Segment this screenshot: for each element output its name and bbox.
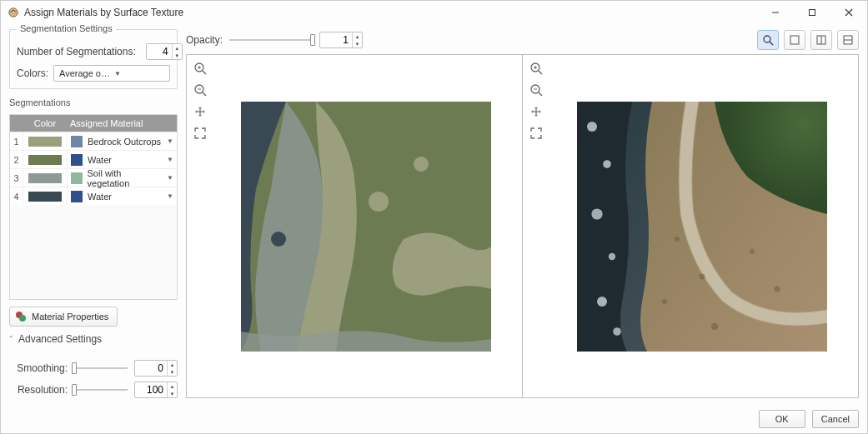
split-vertical-button[interactable] — [810, 30, 832, 50]
chevron-down-icon[interactable]: ▼ — [163, 156, 177, 163]
table-row[interactable]: 2Water▼ — [10, 150, 177, 168]
svg-point-7 — [764, 36, 770, 42]
row-index: 4 — [10, 187, 23, 205]
svg-line-19 — [203, 92, 206, 96]
viewport-tools-right — [523, 55, 546, 397]
row-material-cell[interactable]: Soil with vegetation — [67, 169, 163, 187]
svg-line-8 — [770, 42, 773, 45]
viewport-tools-left — [187, 55, 210, 397]
svg-point-37 — [597, 297, 607, 307]
svg-point-23 — [414, 157, 429, 172]
opacity-slider[interactable] — [229, 34, 313, 46]
chevron-down-icon[interactable]: ▼ — [163, 174, 177, 182]
row-index: 1 — [10, 132, 23, 150]
num-segmentations-spinner[interactable]: ▲▼ — [172, 44, 182, 59]
pan-icon[interactable] — [528, 103, 544, 120]
zoom-out-icon[interactable] — [192, 82, 208, 98]
material-properties-icon — [15, 311, 27, 322]
svg-point-36 — [609, 252, 615, 259]
material-swatch — [71, 154, 83, 166]
row-color — [23, 137, 67, 147]
svg-line-26 — [539, 71, 542, 74]
original-canvas-area[interactable] — [546, 55, 858, 397]
table-row[interactable]: 1Bedrock Outcrops▼ — [10, 132, 177, 150]
zoom-in-icon[interactable] — [192, 60, 208, 77]
resolution-input[interactable]: ▲▼ — [134, 382, 178, 398]
smoothing-field[interactable] — [135, 361, 167, 376]
cancel-button[interactable]: Cancel — [812, 410, 859, 428]
smoothing-spinner[interactable]: ▲▼ — [167, 361, 177, 376]
app-icon — [8, 7, 19, 18]
resolution-slider[interactable] — [74, 384, 128, 396]
ok-button[interactable]: OK — [759, 410, 805, 428]
chevron-down-icon: ▼ — [114, 70, 166, 77]
svg-line-15 — [203, 71, 206, 74]
material-name: Water — [88, 192, 112, 202]
smoothing-input[interactable]: ▲▼ — [134, 360, 178, 377]
table-row[interactable]: 4Water▼ — [10, 187, 177, 205]
material-swatch — [71, 136, 83, 147]
viewport-original — [522, 55, 858, 397]
segmentation-settings-legend: Segmentation Settings — [17, 24, 116, 33]
colors-label: Colors: — [17, 67, 48, 79]
zoom-out-icon[interactable] — [528, 82, 544, 98]
zoom-window-button[interactable] — [757, 30, 779, 50]
material-swatch — [71, 191, 83, 202]
col-material: Assigned Material — [67, 118, 163, 128]
svg-rect-2 — [810, 10, 815, 16]
svg-point-35 — [591, 208, 602, 219]
chevron-down-icon[interactable]: ▼ — [163, 192, 177, 200]
zoom-in-icon[interactable] — [528, 60, 544, 77]
segmentations-header: Color Assigned Material — [10, 115, 177, 132]
advanced-settings-header[interactable]: ˄ Advanced Settings — [9, 333, 178, 345]
svg-point-22 — [369, 192, 389, 212]
material-name: Soil with vegetation — [88, 168, 163, 188]
pan-icon[interactable] — [192, 103, 208, 120]
segmentations-label: Segmentations — [9, 97, 178, 107]
colors-combo[interactable]: Average of original image color ▼ — [53, 65, 170, 82]
viewports — [186, 54, 859, 398]
dialog-window: Assign Materials by Surface Texture Segm… — [0, 0, 868, 434]
resolution-label: Resolution: — [14, 384, 68, 396]
minimize-button[interactable] — [757, 1, 794, 24]
table-row[interactable]: 3Soil with vegetation▼ — [10, 168, 177, 187]
row-color — [23, 155, 67, 165]
fit-icon[interactable] — [192, 125, 208, 142]
view-mode-tools — [757, 30, 859, 50]
svg-point-38 — [613, 327, 621, 336]
row-material-cell[interactable]: Water — [67, 187, 163, 205]
segmented-canvas-area[interactable] — [210, 55, 522, 397]
row-index: 2 — [10, 151, 23, 168]
resolution-row: Resolution: ▲▼ — [14, 382, 178, 398]
segmentations-empty-area — [10, 205, 177, 299]
smoothing-slider[interactable] — [74, 362, 128, 374]
resolution-field[interactable] — [135, 382, 167, 397]
resolution-spinner[interactable]: ▲▼ — [167, 382, 177, 397]
maximize-button[interactable] — [794, 1, 830, 24]
opacity-spinner[interactable]: ▲▼ — [352, 32, 362, 47]
split-horizontal-button[interactable] — [837, 30, 859, 50]
svg-point-39 — [675, 237, 680, 242]
material-name: Bedrock Outcrops — [88, 137, 161, 147]
fit-icon[interactable] — [528, 125, 544, 142]
row-material-cell[interactable]: Water — [67, 151, 163, 168]
row-material-cell[interactable]: Bedrock Outcrops — [67, 132, 163, 150]
smoothing-row: Smoothing: ▲▼ — [14, 360, 178, 377]
opacity-input[interactable]: ▲▼ — [319, 32, 363, 48]
num-segmentations-row: Number of Segmentations: ▲▼ — [17, 43, 170, 60]
opacity-label: Opacity: — [186, 34, 223, 46]
colors-value: Average of original image color — [59, 68, 111, 78]
single-view-button[interactable] — [784, 30, 805, 50]
chevron-down-icon[interactable]: ▼ — [163, 137, 177, 145]
colors-row: Colors: Average of original image color … — [17, 65, 170, 82]
row-index: 3 — [10, 169, 23, 187]
svg-point-0 — [9, 8, 18, 17]
svg-point-34 — [603, 160, 611, 168]
material-properties-label: Material Properties — [32, 312, 108, 322]
close-button[interactable] — [830, 1, 867, 24]
material-properties-button[interactable]: Material Properties — [9, 307, 118, 327]
opacity-field[interactable] — [320, 32, 352, 47]
num-segmentations-input[interactable]: ▲▼ — [146, 43, 183, 60]
num-segmentations-field[interactable] — [147, 44, 172, 59]
svg-point-6 — [19, 315, 26, 322]
